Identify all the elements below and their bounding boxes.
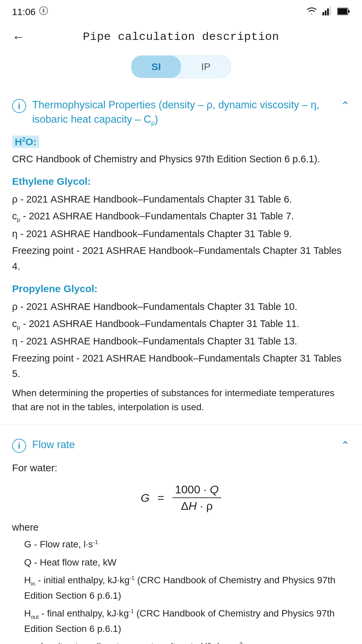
svg-rect-1 <box>322 12 324 15</box>
formula-denominator: ΔH · ρ <box>178 498 216 513</box>
pg-freeze-ref: Freezing point - 2021 ASHRAE Handbook–Fu… <box>12 351 350 382</box>
status-bar-right <box>306 6 350 18</box>
thermophysical-content: H2O: CRC Handbook of Chemistry and Physi… <box>0 134 362 421</box>
formula-container: G = 1000 · Q ΔH · ρ <box>12 483 350 513</box>
h2o-title: H2O: <box>12 134 350 150</box>
battery-icon <box>337 7 350 17</box>
svg-rect-6 <box>338 8 347 14</box>
var-Hout: Hout - final enthalpy, kJ·kg-1 (CRC Hand… <box>24 606 350 636</box>
var-G: G - Flow rate, l·s-1 <box>24 537 350 551</box>
section-divider <box>0 424 362 425</box>
flow-rate-section-title: Flow rate <box>32 437 75 452</box>
for-water-label: For water: <box>12 462 350 474</box>
eg-eta-ref: η - 2021 ASHRAE Handbook–Fundamentals Ch… <box>12 226 350 241</box>
header: ← Pipe calculation description <box>0 21 362 49</box>
flow-rate-formula: G = 1000 · Q ΔH · ρ <box>141 483 222 513</box>
pg-rho-ref: ρ - 2021 ASHRAE Handbook–Fundamentals Ch… <box>12 299 350 314</box>
svg-rect-2 <box>325 10 326 15</box>
thermophysical-section-left: i Thermophysical Properties (density – ρ… <box>12 98 335 128</box>
ethylene-glycol-title: Ethylene Glycol: <box>12 173 350 190</box>
back-button[interactable]: ← <box>12 30 25 44</box>
h2o-ref: CRC Handbook of Chemistry and Physics 97… <box>12 151 350 167</box>
var-Q: Q - Heat flow rate, kW <box>24 555 350 570</box>
var-Hin: Hin - initial enthalpy, kJ·kg-1 (CRC Han… <box>24 573 350 603</box>
eg-freeze-ref: Freezing point - 2021 ASHRAE Handbook–Fu… <box>12 243 350 274</box>
eg-rho-ref: ρ - 2021 ASHRAE Handbook–Fundamentals Ch… <box>12 192 350 207</box>
ip-toggle-button[interactable]: IP <box>181 56 231 78</box>
eg-cp-ref: cp - 2021 ASHRAE Handbook–Fundamentals C… <box>12 208 350 225</box>
where-label: where <box>12 522 350 533</box>
flow-rate-content: For water: G = 1000 · Q ΔH · ρ where G -… <box>0 459 362 644</box>
formula-numerator: 1000 · Q <box>172 483 221 498</box>
time-display: 11:06 <box>12 7 36 17</box>
thermophysical-info-icon: i <box>12 99 26 113</box>
status-bar: 11:06 <box>0 0 362 21</box>
svg-rect-4 <box>329 6 331 15</box>
formula-fraction: 1000 · Q ΔH · ρ <box>172 483 221 513</box>
signal-icon <box>322 6 333 18</box>
interpolation-note: When determining the properties of subst… <box>12 386 350 414</box>
status-bar-left: 11:06 <box>12 6 48 18</box>
thermophysical-section-header: i Thermophysical Properties (density – ρ… <box>0 88 362 134</box>
flow-rate-chevron-icon[interactable]: ⌃ <box>341 439 350 452</box>
thermophysical-section-title: Thermophysical Properties (density – ρ, … <box>32 98 335 128</box>
wifi-icon <box>306 6 318 18</box>
unit-toggle-bar: SI IP <box>0 49 362 88</box>
formula-lhs: G <box>141 491 149 504</box>
thermophysical-chevron-icon[interactable]: ⌃ <box>341 99 350 112</box>
si-toggle-button[interactable]: SI <box>131 56 181 78</box>
flow-rate-section-left: i Flow rate <box>12 437 335 453</box>
propylene-glycol-title: Propylene Glycol: <box>12 281 350 297</box>
unit-toggle-group: SI IP <box>131 55 231 78</box>
page-title: Pipe calculation description <box>83 31 279 43</box>
var-rho: ρ - density at medium temperature (tin +… <box>24 639 350 644</box>
pg-cp-ref: cp - 2021 ASHRAE Handbook–Fundamentals C… <box>12 316 350 332</box>
pg-eta-ref: η - 2021 ASHRAE Handbook–Fundamentals Ch… <box>12 333 350 349</box>
svg-rect-3 <box>327 8 329 15</box>
data-icon <box>39 6 48 18</box>
formula-equals: = <box>158 491 164 504</box>
flow-rate-section-header: i Flow rate ⌃ <box>0 428 362 459</box>
svg-rect-7 <box>348 10 350 13</box>
flow-rate-info-icon: i <box>12 439 26 453</box>
